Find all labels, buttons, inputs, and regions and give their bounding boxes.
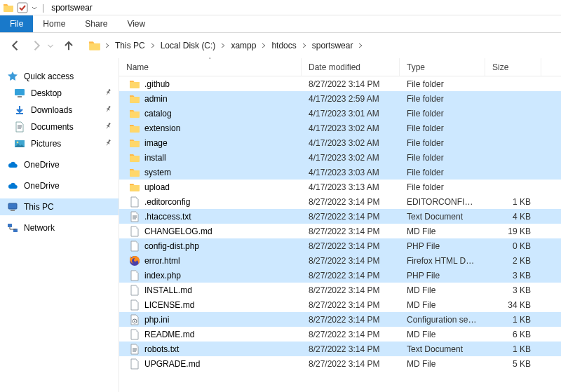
file-type: File folder [400,153,485,163]
properties-icon[interactable] [17,2,28,13]
pictures-icon [14,138,25,149]
desktop-icon [14,88,25,99]
sidebar-documents[interactable]: Documents [0,119,119,135]
column-label: Date modified [309,62,360,72]
file-name: system [144,168,171,177]
table-row[interactable]: system4/17/2023 3:03 AMFile folder [119,165,561,180]
sidebar-onedrive[interactable]: OneDrive [0,177,119,194]
file-type: Configuration sett... [400,315,485,325]
file-size: 3 KB [485,271,538,281]
sidebar-this-pc[interactable]: This PC [0,198,119,215]
file-name: robots.txt [144,344,179,354]
txt-icon [129,211,140,222]
table-row[interactable]: php.ini8/27/2022 3:14 PMConfiguration se… [119,312,561,327]
pc-icon [7,201,18,212]
file-name: config-dist.php [144,241,199,251]
table-row[interactable]: .github8/27/2022 3:14 PMFile folder [119,76,561,91]
table-row[interactable]: config-dist.php8/27/2022 3:14 PMPHP File… [119,238,561,253]
tab-home[interactable]: Home [33,15,75,32]
history-dropdown[interactable] [46,39,55,53]
drive-icon [88,39,101,52]
pin-icon [102,137,114,150]
folder-icon [129,152,140,163]
crumb-drive[interactable]: Local Disk (C:) [156,38,220,53]
file-name: .htaccess.txt [144,212,191,222]
sidebar-network[interactable]: Network [0,219,119,236]
sidebar-onedrive[interactable]: OneDrive [0,156,119,173]
column-name[interactable]: ˄ Name [119,58,302,76]
file-size: 0 KB [485,241,538,251]
cloud-icon [7,159,18,170]
forward-button[interactable] [29,39,43,53]
table-row[interactable]: image4/17/2023 3:02 AMFile folder [119,135,561,150]
file-date: 8/27/2022 3:14 PM [302,271,400,281]
file-date: 8/27/2022 3:14 PM [302,212,400,222]
table-row[interactable]: LICENSE.md8/27/2022 3:14 PMMD File34 KB [119,297,561,312]
crumb-this-pc[interactable]: This PC [111,38,149,53]
file-list[interactable]: .github8/27/2022 3:14 PMFile folderadmin… [119,76,561,392]
file-size: 1 KB [485,197,538,207]
file-name: admin [144,94,168,104]
column-type[interactable]: Type [400,58,485,76]
table-row[interactable]: .htaccess.txt8/27/2022 3:14 PMText Docum… [119,209,561,224]
table-row[interactable]: extension4/17/2023 3:02 AMFile folder [119,121,561,135]
file-name: .github [144,79,170,89]
table-row[interactable]: index.php8/27/2022 3:14 PMPHP File3 KB [119,268,561,283]
qat-dropdown-icon[interactable] [31,2,38,13]
column-size[interactable]: Size [485,58,541,76]
table-row[interactable]: install4/17/2023 3:02 AMFile folder [119,150,561,165]
file-type: Text Document [400,344,485,354]
table-row[interactable]: robots.txt8/27/2022 3:14 PMText Document… [119,342,561,356]
txt-icon [129,344,140,355]
column-headers: ˄ Name Date modified Type Size [119,58,561,76]
file-date: 4/17/2023 3:02 AM [302,138,400,148]
table-row[interactable]: INSTALL.md8/27/2022 3:14 PMMD File3 KB [119,283,561,297]
table-row[interactable]: .editorconfig8/27/2022 3:14 PMEDITORCONF… [119,194,561,209]
table-row[interactable]: UPGRADE.md8/27/2022 3:14 PMMD File5 KB [119,356,561,371]
file-date: 4/17/2023 2:59 AM [302,94,400,104]
file-type: File folder [400,109,485,119]
file-type: File folder [400,138,485,148]
sidebar-item-label: OneDrive [24,160,60,170]
column-date[interactable]: Date modified [302,58,400,76]
crumb-current[interactable]: sportswear [308,38,358,53]
folder-icon [129,137,140,149]
file-date: 8/27/2022 3:14 PM [302,285,400,295]
sidebar-downloads[interactable]: Downloads [0,102,119,119]
table-row[interactable]: README.md8/27/2022 3:14 PMMD File6 KB [119,327,561,342]
file-name: README.md [144,330,194,339]
file-name: INSTALL.md [144,285,192,295]
table-row[interactable]: upload4/17/2023 3:13 AMFile folder [119,180,561,194]
table-row[interactable]: catalog4/17/2023 3:01 AMFile folder [119,106,561,121]
file-date: 8/27/2022 3:14 PM [302,330,400,339]
file-date: 4/17/2023 3:01 AM [302,109,400,119]
sidebar-item-label: Pictures [31,139,61,149]
tab-file[interactable]: File [0,15,33,32]
file-pane: ˄ Name Date modified Type Size .github8/… [119,58,561,392]
file-size: 2 KB [485,256,538,266]
firefox-icon [129,255,140,266]
sidebar-item-label: OneDrive [24,181,60,191]
crumb-xampp[interactable]: xampp [227,38,260,53]
table-row[interactable]: CHANGELOG.md8/27/2022 3:14 PMMD File19 K… [119,224,561,238]
back-button[interactable] [8,39,22,53]
table-row[interactable]: admin4/17/2023 2:59 AMFile folder [119,91,561,106]
file-icon [129,299,140,311]
folder-icon [129,108,140,119]
file-name: upload [144,182,170,192]
sidebar-pictures[interactable]: Pictures [0,135,119,152]
sidebar-desktop[interactable]: Desktop [0,85,119,102]
table-row[interactable]: error.html8/27/2022 3:14 PMFirefox HTML … [119,253,561,268]
crumb-htdocs[interactable]: htdocs [267,38,300,53]
nav-bar: This PC Local Disk (C:) xampp htdocs spo… [0,33,561,58]
file-icon [129,358,140,370]
folder-icon [129,167,140,178]
sidebar-item-label: Quick access [24,72,74,81]
file-size: 3 KB [485,285,538,295]
sidebar-quick-access[interactable]: Quick access [0,68,119,85]
navigation-pane[interactable]: Quick access Desktop Downloads Documents… [0,58,119,392]
file-name: image [144,138,168,148]
file-type: Text Document [400,212,485,222]
file-type: EDITORCONFIG File [400,197,485,207]
up-button[interactable] [62,39,76,53]
